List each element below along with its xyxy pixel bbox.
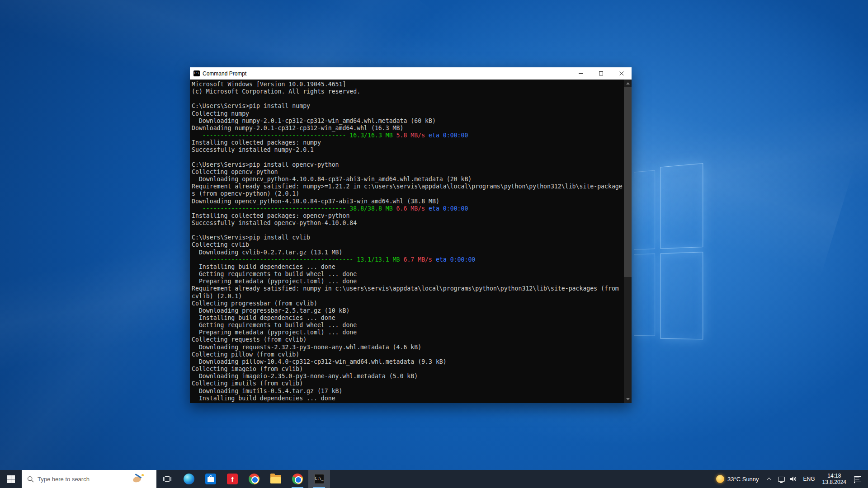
taskbar-app-f[interactable]: f — [222, 470, 243, 488]
cmd-icon: C:\_ — [314, 474, 324, 484]
volume-button[interactable] — [788, 470, 800, 488]
action-center-icon — [854, 476, 861, 482]
command-prompt-window: C:\ Command Prompt Microsoft Windows [Ve… — [190, 67, 632, 403]
task-view-icon — [163, 475, 171, 483]
tray-expand-button[interactable] — [764, 470, 775, 488]
terminal-line: C:\Users\Servis>pip install numpy — [192, 103, 623, 110]
logo-pane — [634, 253, 655, 336]
logo-pane — [660, 252, 703, 339]
speaker-icon — [790, 476, 797, 482]
desktop-wallpaper: C:\ Command Prompt Microsoft Windows [Ve… — [0, 0, 868, 488]
window-title: Command Prompt — [203, 70, 246, 77]
minimize-button[interactable] — [571, 67, 591, 80]
terminal-line: Downloading imutils-0.5.4.tar.gz (17 kB) — [192, 388, 623, 395]
wallpaper-window-logo — [634, 163, 704, 339]
close-icon — [619, 71, 624, 76]
task-view-button[interactable] — [156, 470, 178, 488]
terminal-line: ----------------------------------------… — [192, 256, 623, 263]
terminal-line: Collecting requests (from cvlib) — [192, 336, 623, 343]
terminal-line: Getting requirements to build wheel ... … — [192, 322, 623, 329]
arrow-up-icon — [626, 82, 630, 84]
terminal-line: ----------------------------------------… — [192, 205, 623, 212]
start-button[interactable] — [0, 470, 22, 488]
terminal-line: Collecting pillow (from cvlib) — [192, 351, 623, 358]
chevron-up-icon — [767, 477, 771, 482]
maximize-button[interactable] — [591, 67, 611, 80]
terminal-line: s (from opencv-python) (2.0.1) — [192, 190, 623, 197]
terminal-line — [192, 154, 623, 161]
chrome-icon — [292, 474, 303, 484]
terminal-line: Downloading cvlib-0.2.7.tar.gz (13.1 MB) — [192, 249, 623, 256]
logo-pane — [634, 170, 655, 250]
store-icon — [205, 474, 216, 484]
terminal-line: Installing build dependencies ... done — [192, 263, 623, 271]
terminal-line: Installing collected packages: opencv-py… — [192, 212, 623, 220]
network-icon — [778, 477, 785, 482]
terminal-line: (c) Microsoft Corporation. All rights re… — [192, 88, 623, 95]
terminal-line: Downloading numpy-2.0.1-cp312-cp312-win_… — [192, 117, 623, 125]
terminal-output[interactable]: Microsoft Windows [Version 10.0.19045.46… — [190, 80, 632, 403]
taskbar-app-store[interactable] — [200, 470, 222, 488]
scrollbar-thumb[interactable] — [624, 87, 632, 277]
taskbar-app-edge[interactable] — [178, 470, 200, 488]
terminal-line: Downloading pillow-10.4.0-cp312-cp312-wi… — [192, 358, 623, 366]
search-box[interactable]: Type here to search — [22, 470, 156, 488]
terminal-line: Successfully installed numpy-2.0.1 — [192, 146, 623, 154]
taskbar-app-command-prompt[interactable]: C:\_ — [308, 470, 330, 488]
terminal-line: Requirement already satisfied: numpy in … — [192, 285, 623, 292]
system-tray: 33°C Sunny ENG 14:18 13.8.2024 — [711, 470, 868, 488]
taskbar-app-chrome-2[interactable] — [287, 470, 308, 488]
weather-widget[interactable]: 33°C Sunny — [711, 470, 764, 488]
taskbar-app-file-explorer[interactable] — [265, 470, 287, 488]
terminal-line: Requirement already satisfied: numpy>=1.… — [192, 183, 623, 190]
taskbar: Type here to search f — [0, 470, 868, 488]
terminal-lines: Microsoft Windows [Version 10.0.19045.46… — [192, 81, 623, 402]
terminal-line: Microsoft Windows [Version 10.0.19045.46… — [192, 81, 623, 88]
terminal-line: cvlib) (2.0.1) — [192, 293, 623, 300]
arrow-down-icon — [626, 398, 630, 400]
terminal-scrollbar[interactable] — [624, 80, 632, 403]
search-icon — [27, 476, 34, 483]
terminal-line: Downloading numpy-2.0.1-cp312-cp312-win_… — [192, 125, 623, 132]
terminal-line: C:\Users\Servis>pip install opencv-pytho… — [192, 161, 623, 169]
window-titlebar[interactable]: C:\ Command Prompt — [190, 67, 632, 80]
terminal-line: Collecting progressbar (from cvlib) — [192, 300, 623, 307]
terminal-line: Downloading opencv_python-4.10.0.84-cp37… — [192, 176, 623, 183]
scroll-up-button[interactable] — [624, 80, 632, 87]
logo-pane — [660, 163, 703, 249]
terminal-line — [192, 95, 623, 103]
clock[interactable]: 14:18 13.8.2024 — [819, 473, 850, 485]
terminal-line: Successfully installed opencv-python-4.1… — [192, 220, 623, 227]
chrome-icon — [249, 474, 259, 484]
scroll-down-button[interactable] — [624, 395, 632, 403]
terminal-line — [192, 227, 623, 234]
terminal-line: Downloading requests-2.32.3-py3-none-any… — [192, 344, 623, 351]
language-indicator[interactable]: ENG — [800, 470, 819, 488]
terminal-line: Collecting imageio (from cvlib) — [192, 366, 623, 373]
terminal-line: Installing build dependencies ... done — [192, 395, 623, 402]
tray-date: 13.8.2024 — [822, 479, 846, 485]
taskbar-app-chrome[interactable] — [243, 470, 265, 488]
windows-logo-icon — [7, 475, 15, 483]
file-explorer-icon — [270, 475, 281, 483]
terminal-line: Collecting imutils (from cvlib) — [192, 380, 623, 387]
terminal-line: ----------------------------------------… — [192, 132, 623, 139]
terminal-line: Downloading progressbar-2.5.tar.gz (10 k… — [192, 307, 623, 314]
f-app-icon: f — [227, 474, 238, 484]
terminal-line: Collecting numpy — [192, 110, 623, 117]
action-center-button[interactable] — [850, 470, 865, 488]
network-button[interactable] — [775, 470, 788, 488]
search-highlight-icon[interactable] — [131, 473, 145, 485]
close-button[interactable] — [611, 67, 632, 80]
terminal-line: Installing build dependencies ... done — [192, 314, 623, 322]
terminal-line: Getting requirements to build wheel ... … — [192, 271, 623, 278]
terminal-line: Installing collected packages: numpy — [192, 139, 623, 146]
edge-icon — [184, 474, 194, 484]
weather-condition: Sunny — [742, 476, 759, 483]
terminal-line: Downloading opencv_python-4.10.0.84-cp37… — [192, 198, 623, 205]
terminal-line: Preparing metadata (pyproject.toml) ... … — [192, 278, 623, 285]
spark-shape — [142, 474, 144, 476]
terminal-line: Preparing metadata (pyproject.toml) ... … — [192, 329, 623, 336]
weather-temp: 33°C — [727, 476, 741, 483]
terminal-line: C:\Users\Servis>pip install cvlib — [192, 234, 623, 241]
